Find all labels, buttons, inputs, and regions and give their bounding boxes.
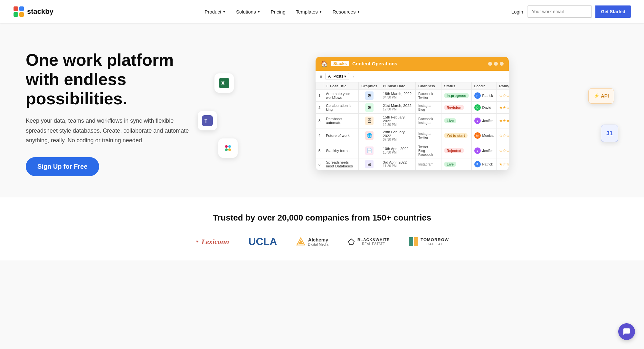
col-channels: Channels bbox=[415, 82, 441, 90]
row-status: Revision bbox=[441, 101, 471, 113]
nav-product[interactable]: Product ▼ bbox=[204, 9, 226, 14]
content-table: T Post Title Graphics Publish Date Chann… bbox=[316, 82, 509, 170]
col-num bbox=[316, 82, 323, 90]
logo-alchemy: Alchemy Digital Media bbox=[296, 237, 328, 246]
row-ratings: ★★☆☆☆ bbox=[496, 101, 509, 113]
home-icon: 🏠 bbox=[321, 60, 328, 67]
row-channels: FacebookInstagram bbox=[415, 113, 441, 128]
row-lead: J Jenifer bbox=[471, 143, 496, 158]
svg-point-11 bbox=[225, 148, 228, 151]
row-title: Collaboration is king bbox=[323, 101, 359, 113]
svg-point-9 bbox=[225, 145, 228, 148]
row-graphic: 📄 bbox=[359, 143, 380, 158]
svg-text:T: T bbox=[204, 118, 207, 124]
row-channels: TwitterBlogFacebook bbox=[415, 143, 441, 158]
row-lead: J Jenifer bbox=[471, 113, 496, 128]
svg-rect-0 bbox=[14, 6, 18, 11]
row-number: 1 bbox=[316, 90, 323, 101]
dot-3 bbox=[500, 62, 504, 66]
nav-links: Product ▼ Solutions ▼ Pricing Templates … bbox=[204, 9, 360, 14]
row-title: Spreadsheets meet Databases bbox=[323, 158, 359, 170]
svg-rect-16 bbox=[409, 237, 413, 246]
table-body: 1 Automate your workflows ⚙ 18th March, … bbox=[316, 90, 509, 170]
table-row: 4 Future of work 🌐 28th Febuary, 202207:… bbox=[316, 128, 509, 143]
col-graphics: Graphics bbox=[359, 82, 380, 90]
row-date: 21st March, 202212:30 PM bbox=[380, 101, 415, 113]
app-titlebar: 🏠 Stacks Content Operations bbox=[316, 57, 509, 71]
row-ratings: ★☆☆☆☆ bbox=[496, 158, 509, 170]
col-title: T Post Title bbox=[323, 82, 359, 90]
row-number: 5 bbox=[316, 143, 323, 158]
row-date: 18th March, 202204:30 PM bbox=[380, 90, 415, 101]
row-date: 15th Febuary, 202212:30 PM bbox=[380, 113, 415, 128]
row-graphic: ⚙ bbox=[359, 90, 380, 101]
chevron-down-icon: ▼ bbox=[223, 10, 226, 14]
row-title: Automate your workflows bbox=[323, 90, 359, 101]
trust-section: Trusted by over 20,000 companies from 15… bbox=[0, 197, 644, 260]
table-header: T Post Title Graphics Publish Date Chann… bbox=[316, 82, 509, 90]
row-number: 2 bbox=[316, 101, 323, 113]
nav-templates[interactable]: Templates ▼ bbox=[296, 9, 322, 14]
table-container: T Post Title Graphics Publish Date Chann… bbox=[316, 82, 509, 170]
row-status: Yet to start bbox=[441, 128, 471, 143]
toolbar-separator: ⋮ bbox=[352, 74, 355, 79]
row-status: Live bbox=[441, 158, 471, 170]
row-graphic: 🌐 bbox=[359, 128, 380, 143]
logo[interactable]: stackby bbox=[13, 6, 53, 17]
row-title: Stackby forms bbox=[323, 143, 359, 158]
svg-rect-3 bbox=[19, 12, 24, 17]
row-ratings: ☆☆☆☆☆ bbox=[496, 143, 509, 158]
row-channels: InstagramBlog bbox=[415, 101, 441, 113]
table-row: 5 Stackby forms 📄 10th April, 202210:30 … bbox=[316, 143, 509, 158]
table-row: 6 Spreadsheets meet Databases ⊞ 3rd Apri… bbox=[316, 158, 509, 170]
signup-button[interactable]: Sign Up for Free bbox=[26, 157, 99, 176]
all-posts-button[interactable]: All Posts ▾ bbox=[325, 73, 349, 80]
navbar: stackby Product ▼ Solutions ▼ Pricing Te… bbox=[0, 0, 644, 23]
row-status: Rejected bbox=[441, 143, 471, 158]
nav-solutions[interactable]: Solutions ▼ bbox=[236, 9, 260, 14]
login-button[interactable]: Login bbox=[511, 9, 523, 14]
float-api-badge: ⚡ API bbox=[588, 88, 614, 104]
logo-text: stackby bbox=[27, 7, 53, 16]
table-row: 3 Database automate 🗄 15th Febuary, 2022… bbox=[316, 113, 509, 128]
float-excel-icon: X bbox=[214, 73, 234, 93]
row-lead: P Patrick bbox=[471, 158, 496, 170]
svg-rect-1 bbox=[19, 6, 24, 11]
svg-point-10 bbox=[228, 145, 231, 148]
row-channels: FacebookTwitter bbox=[415, 90, 441, 101]
row-number: 4 bbox=[316, 128, 323, 143]
col-date: Publish Date bbox=[380, 82, 415, 90]
row-ratings: ☆☆☆☆☆ bbox=[496, 90, 509, 101]
stacks-label: Stacks bbox=[331, 61, 349, 66]
row-graphic: 🗄 bbox=[359, 113, 380, 128]
row-date: 3rd April, 202211:30 PM bbox=[380, 158, 415, 170]
table-row: 2 Collaboration is king ⚙ 21st March, 20… bbox=[316, 101, 509, 113]
table-row: 1 Automate your workflows ⚙ 18th March, … bbox=[316, 90, 509, 101]
row-status: Live bbox=[441, 113, 471, 128]
get-started-button[interactable]: Get Started bbox=[595, 5, 631, 18]
row-number: 6 bbox=[316, 158, 323, 170]
app-toolbar: ⊞ All Posts ▾ ⋮ bbox=[316, 71, 509, 82]
svg-rect-2 bbox=[14, 12, 18, 17]
svg-rect-8 bbox=[223, 143, 233, 154]
dot-1 bbox=[488, 62, 492, 66]
hero-section: One work platform with endless possibili… bbox=[0, 23, 644, 197]
row-title: Database automate bbox=[323, 113, 359, 128]
logo-icon bbox=[13, 6, 24, 17]
email-input[interactable] bbox=[527, 5, 592, 18]
col-status: Status bbox=[441, 82, 471, 90]
row-number: 3 bbox=[316, 113, 323, 128]
window-dots bbox=[488, 62, 504, 66]
col-lead: Lead? bbox=[471, 82, 496, 90]
float-slack-icon bbox=[218, 138, 238, 158]
logo-ucla: UCLA bbox=[248, 236, 277, 248]
row-date: 10th April, 202210:30 PM bbox=[380, 143, 415, 158]
chevron-down-icon: ▼ bbox=[257, 10, 260, 14]
nav-pricing[interactable]: Pricing bbox=[271, 9, 286, 14]
app-window: 🏠 Stacks Content Operations ⊞ All Posts … bbox=[316, 57, 509, 170]
chevron-down-icon: ▼ bbox=[357, 10, 360, 14]
row-lead: P Patrick bbox=[471, 90, 496, 101]
dot-2 bbox=[494, 62, 498, 66]
nav-resources[interactable]: Resources ▼ bbox=[333, 9, 360, 14]
nav-right: Login Get Started bbox=[511, 5, 631, 18]
